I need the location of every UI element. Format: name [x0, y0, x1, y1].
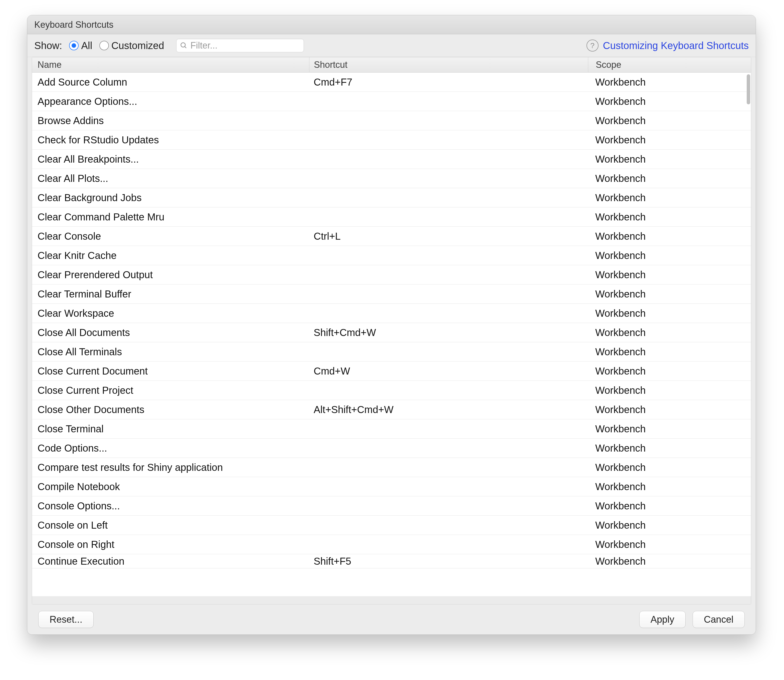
cell-scope: Workbench — [588, 96, 751, 107]
cell-shortcut[interactable]: Cmd+W — [309, 365, 588, 377]
column-header-scope[interactable]: Scope — [588, 57, 751, 72]
cell-scope: Workbench — [588, 173, 751, 184]
table-row[interactable]: Compile NotebookWorkbench — [32, 477, 751, 496]
table-row[interactable]: Clear Terminal BufferWorkbench — [32, 285, 751, 304]
cell-name: Clear All Plots... — [32, 173, 309, 184]
table-row[interactable]: Clear ConsoleCtrl+LWorkbench — [32, 227, 751, 246]
cell-shortcut[interactable]: Cmd+F7 — [309, 77, 588, 88]
cell-name: Clear Terminal Buffer — [32, 288, 309, 300]
cell-shortcut[interactable]: Ctrl+L — [309, 231, 588, 242]
cell-name: Close Terminal — [32, 423, 309, 434]
reset-button[interactable]: Reset... — [38, 611, 94, 628]
cell-name: Add Source Column — [32, 77, 309, 88]
cell-name: Console Options... — [32, 501, 309, 512]
cell-scope: Workbench — [588, 134, 751, 146]
cell-name: Clear Knitr Cache — [32, 250, 309, 261]
table-row[interactable]: Clear Knitr CacheWorkbench — [32, 246, 751, 265]
cell-name: Code Options... — [32, 442, 309, 454]
cell-scope: Workbench — [588, 442, 751, 454]
table-row[interactable]: Close Current DocumentCmd+WWorkbench — [32, 362, 751, 381]
apply-button[interactable]: Apply — [639, 611, 686, 628]
table-row[interactable]: Clear Prerendered OutputWorkbench — [32, 265, 751, 285]
radio-dot-icon — [69, 41, 79, 50]
cell-scope: Workbench — [588, 77, 751, 88]
cell-shortcut[interactable]: Shift+Cmd+W — [309, 327, 588, 338]
cell-name: Close All Documents — [32, 327, 309, 338]
table-row[interactable]: Close TerminalWorkbench — [32, 419, 751, 439]
svg-line-1 — [185, 47, 186, 48]
cell-name: Compare test results for Shiny applicati… — [32, 462, 309, 473]
cell-scope: Workbench — [588, 346, 751, 357]
filter-field[interactable] — [176, 39, 304, 52]
cell-scope: Workbench — [588, 385, 751, 396]
table-row[interactable]: Clear Background JobsWorkbench — [32, 188, 751, 208]
cell-name: Check for RStudio Updates — [32, 134, 309, 146]
table-row[interactable]: Close Other DocumentsAlt+Shift+Cmd+WWork… — [32, 400, 751, 419]
cell-shortcut[interactable]: Alt+Shift+Cmd+W — [309, 404, 588, 415]
table-row[interactable]: Continue ExecutionShift+F5Workbench — [32, 554, 751, 568]
table-row[interactable]: Clear WorkspaceWorkbench — [32, 304, 751, 323]
cell-scope: Workbench — [588, 250, 751, 261]
cell-scope: Workbench — [588, 554, 751, 568]
table-row[interactable]: Clear Command Palette MruWorkbench — [32, 208, 751, 227]
column-header-shortcut[interactable]: Shortcut — [309, 57, 588, 72]
cell-name: Close All Terminals — [32, 346, 309, 357]
cell-scope: Workbench — [588, 519, 751, 531]
help-link[interactable]: Customizing Keyboard Shortcuts — [603, 40, 749, 51]
cell-scope: Workbench — [588, 423, 751, 434]
cell-name: Continue Execution — [32, 554, 309, 568]
search-icon — [180, 42, 188, 49]
table-row[interactable]: Console Options...Workbench — [32, 496, 751, 516]
table-header: Name Shortcut Scope — [32, 57, 751, 72]
cell-scope: Workbench — [588, 539, 751, 550]
cell-name: Clear Command Palette Mru — [32, 211, 309, 223]
table-row[interactable]: Close Current ProjectWorkbench — [32, 381, 751, 400]
table-row[interactable]: Code Options...Workbench — [32, 439, 751, 458]
table-body: Add Source ColumnCmd+F7WorkbenchAppearan… — [32, 72, 751, 604]
cell-scope: Workbench — [588, 192, 751, 203]
keyboard-shortcuts-dialog: Keyboard Shortcuts Show: All Customized — [27, 15, 756, 635]
horizontal-scrollbar[interactable] — [32, 596, 751, 604]
cell-shortcut[interactable]: Shift+F5 — [309, 554, 588, 568]
table-row[interactable]: Check for RStudio UpdatesWorkbench — [32, 130, 751, 150]
table-row[interactable]: Clear All Plots...Workbench — [32, 169, 751, 188]
filter-input[interactable] — [190, 40, 303, 51]
cell-name: Close Other Documents — [32, 404, 309, 415]
table-row[interactable]: Close All DocumentsShift+Cmd+WWorkbench — [32, 323, 751, 342]
table-row[interactable]: Close All TerminalsWorkbench — [32, 342, 751, 362]
radio-all-label: All — [81, 40, 92, 51]
cell-name: Clear Console — [32, 231, 309, 242]
cell-name: Close Current Document — [32, 365, 309, 377]
cell-scope: Workbench — [588, 365, 751, 377]
cell-scope: Workbench — [588, 404, 751, 415]
dialog-titlebar: Keyboard Shortcuts — [27, 15, 756, 34]
cancel-button[interactable]: Cancel — [693, 611, 745, 628]
cell-scope: Workbench — [588, 115, 751, 126]
cell-scope: Workbench — [588, 327, 751, 338]
cell-name: Clear Workspace — [32, 308, 309, 319]
radio-customized[interactable]: Customized — [99, 40, 164, 51]
cell-scope: Workbench — [588, 481, 751, 493]
table-row[interactable]: Console on LeftWorkbench — [32, 516, 751, 535]
table-row[interactable]: Compare test results for Shiny applicati… — [32, 458, 751, 477]
table-row[interactable]: Browse AddinsWorkbench — [32, 111, 751, 130]
table-row[interactable]: Add Source ColumnCmd+F7Workbench — [32, 72, 751, 92]
cell-name: Clear Background Jobs — [32, 192, 309, 203]
column-header-name[interactable]: Name — [32, 57, 309, 72]
cell-name: Compile Notebook — [32, 481, 309, 493]
shortcuts-table: Name Shortcut Scope Add Source ColumnCmd… — [32, 57, 751, 604]
help-icon[interactable]: ? — [587, 39, 598, 52]
table-row[interactable]: Appearance Options...Workbench — [32, 92, 751, 111]
cell-scope: Workbench — [588, 154, 751, 165]
cell-name: Clear Prerendered Output — [32, 269, 309, 280]
radio-all[interactable]: All — [69, 40, 92, 51]
cell-scope: Workbench — [588, 211, 751, 223]
cell-scope: Workbench — [588, 501, 751, 512]
radio-dot-icon — [99, 41, 109, 50]
table-row[interactable]: Console on RightWorkbench — [32, 535, 751, 554]
dialog-footer: Reset... Apply Cancel — [27, 604, 756, 634]
vertical-scrollbar[interactable] — [747, 74, 750, 104]
dialog-toolbar: Show: All Customized — [27, 34, 756, 57]
cell-name: Console on Left — [32, 519, 309, 531]
table-row[interactable]: Clear All Breakpoints...Workbench — [32, 150, 751, 169]
